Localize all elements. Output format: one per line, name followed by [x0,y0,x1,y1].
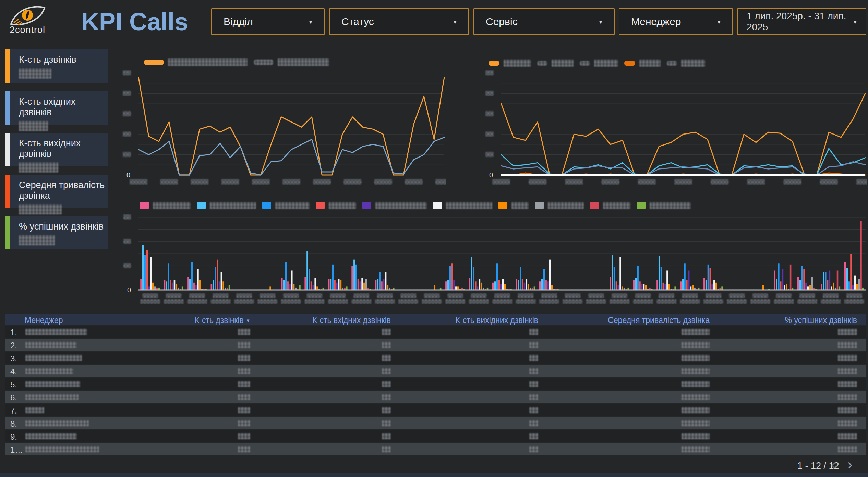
filter-date-range[interactable]: 1 лип. 2025р. - 31 лип. 2025 ▾ [737,8,866,35]
col-manager[interactable]: Менеджер [25,316,63,325]
table-row[interactable]: 2. [5,339,866,351]
table-row[interactable]: 8. [5,417,866,429]
table-row[interactable]: 9. [5,430,866,442]
table-row[interactable]: 7. [5,404,866,416]
kpi-card-body: К-сть вихідних дзвінків [10,133,108,166]
legend-swatch [537,61,547,66]
redacted-text [160,179,178,185]
line-chart-right[interactable]: 0 [481,68,867,189]
sort-desc-icon: ▼ [246,318,250,323]
legend-item[interactable] [144,58,248,66]
kpi-value-redacted [19,204,62,214]
redacted-text [706,293,721,298]
pagination-next-icon[interactable]: › [847,459,853,469]
legend-label-redacted [639,60,661,67]
line-chart-left-svg[interactable]: 0 [117,68,446,188]
legend-item[interactable] [433,202,492,209]
filter-service[interactable]: Сервіс ▾ [473,8,615,35]
col-calls[interactable]: К-сть дзвінків ▼ [195,316,250,325]
kpi-value-redacted [19,235,55,245]
col-avg-duration[interactable]: Середня тривалість дзвінка [608,316,710,325]
redacted-text [260,293,275,298]
legend-item[interactable] [535,202,584,209]
filter-manager[interactable]: Менеджер ▾ [619,8,733,35]
table-row[interactable]: 1… [5,443,866,455]
redacted-text [485,131,494,137]
redacted-text [140,299,160,304]
col-incoming-calls[interactable]: К-сть вхідних дзвінків [312,316,391,325]
legend-item[interactable] [489,60,531,67]
redacted-text [377,293,393,298]
redacted-text [374,179,392,185]
redacted-text [539,299,559,304]
cell-value-redacted [838,407,857,413]
redacted-text [304,299,324,304]
kpi-card-1: К-сть дзвінків [5,49,108,83]
legend-item[interactable] [197,202,256,209]
redacted-text [680,299,700,304]
table-row[interactable]: 3. [5,352,866,364]
redacted-text [189,293,205,298]
row-number: 2. [10,341,17,350]
cell-value-redacted [529,407,538,413]
line-chart-right-svg[interactable]: 0 [481,68,867,188]
redacted-text [541,293,557,298]
legend-item[interactable] [262,202,310,209]
filter-status[interactable]: Статус ▾ [329,8,469,35]
legend-item[interactable] [254,58,329,66]
redacted-text [166,293,182,298]
legend-swatch [254,60,274,65]
footer-bar [0,473,868,477]
line-chart-right-legend [489,60,711,67]
y-axis-zero-label: 0 [489,171,493,179]
legend-item[interactable] [362,202,427,209]
legend-label-redacted [153,202,191,209]
line-chart-left[interactable]: 0 [117,68,446,189]
legend-item[interactable] [590,202,630,209]
redacted-text [435,179,446,185]
redacted-text [485,91,494,96]
cell-value-redacted [238,342,250,348]
legend-item[interactable] [498,202,529,209]
redacted-text [494,293,510,298]
redacted-text [424,293,440,298]
col-success-rate[interactable]: % успішних дзвінків [785,316,857,325]
table-row[interactable]: 4. [5,365,866,377]
redacted-text [492,179,510,185]
kpi-card-body: Середня тривалість дзвінка [10,175,108,208]
cell-value-redacted [238,368,250,374]
filter-status-label: Статус [341,16,374,27]
bar-chart-svg[interactable]: 0 [117,213,868,315]
legend-item[interactable] [537,60,574,67]
redacted-text [328,299,348,304]
redacted-text [398,299,418,304]
bar-series-9 [156,221,862,290]
kpi-accent-bar [5,133,10,166]
cell-value-redacted [838,446,857,452]
bar-chart[interactable]: 0 [117,213,868,316]
legend-item[interactable] [140,202,191,209]
manager-name-redacted [25,355,82,361]
redacted-text [123,91,131,96]
redacted-text [492,299,512,304]
legend-item[interactable] [580,60,618,67]
brand-name: 2control [7,25,48,35]
filter-department[interactable]: Відділ ▾ [211,8,325,35]
legend-item[interactable] [316,202,356,209]
cell-value-redacted [682,433,710,439]
legend-item[interactable] [637,202,691,209]
legend-item[interactable] [624,60,661,67]
redacted-text [518,293,533,298]
manager-name-redacted [25,446,99,452]
table-row[interactable]: 1. [5,326,866,338]
redacted-text [469,299,489,304]
redacted-text [405,179,423,185]
legend-item[interactable] [667,60,705,67]
cell-value-redacted [682,368,710,374]
col-outgoing-calls[interactable]: К-сть вихідних дзвінків [456,316,538,325]
redacted-text [213,293,229,298]
legend-label-redacted [594,60,618,67]
table-row[interactable]: 5. [5,378,866,390]
cell-value-redacted [238,355,250,361]
table-row[interactable]: 6. [5,391,866,403]
